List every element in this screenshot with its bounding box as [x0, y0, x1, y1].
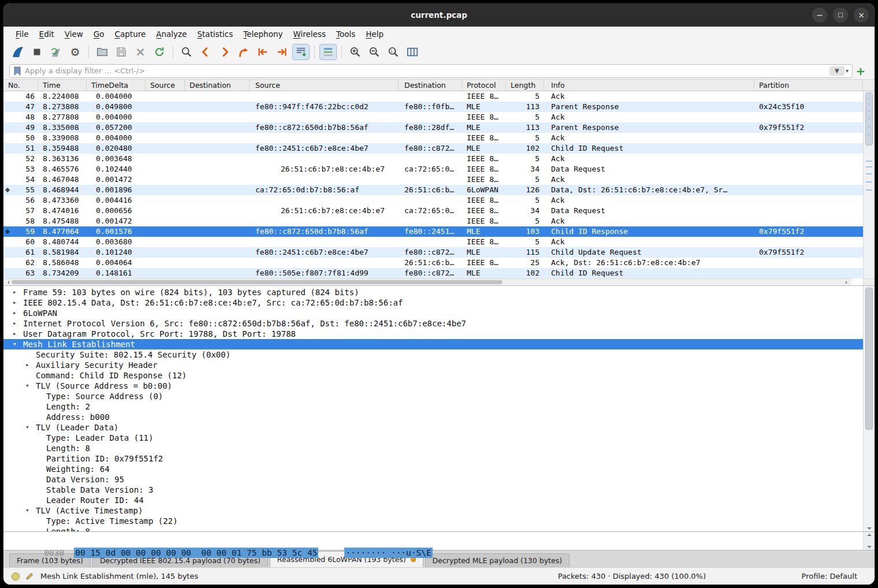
expander-closed-icon[interactable]: ▸: [13, 287, 17, 297]
colorize-packets-icon[interactable]: [319, 44, 337, 60]
packet-row-59[interactable]: 598.4770640.001576fe80::c872:650d:b7b8:5…: [3, 226, 863, 237]
packet-list-vscrollbar[interactable]: [863, 91, 875, 278]
detail-line[interactable]: ▾TLV (Active Timestamp): [3, 505, 863, 516]
packet-row-50[interactable]: 508.3390080.004000IEEE 8…5Ack: [3, 133, 863, 143]
column-header-part[interactable]: Partition: [754, 80, 863, 91]
detail-line[interactable]: Type: Leader Data (11): [3, 433, 863, 443]
detail-line[interactable]: Length: 2: [3, 401, 863, 412]
detail-line[interactable]: ▸Frame 59: 103 bytes on wire (824 bits),…: [3, 287, 863, 297]
add-filter-button-plus[interactable]: +: [853, 64, 869, 78]
zoom-in-icon[interactable]: [347, 44, 364, 60]
save-file-icon[interactable]: [113, 44, 130, 60]
menu-tools[interactable]: Tools: [331, 28, 360, 40]
expander-open-icon[interactable]: ▾: [25, 505, 29, 516]
detail-line[interactable]: Partition ID: 0x79f551f2: [3, 453, 863, 464]
expander-open-icon[interactable]: ▾: [25, 422, 29, 433]
scrollbar-thumb[interactable]: [865, 288, 873, 430]
packet-row-62[interactable]: 628.5860480.00406426:51:c6:b…IEEE 8…25Ac…: [3, 258, 863, 268]
packet-row-47[interactable]: 478.2738080.049800fe80::947f:f476:22bc:c…: [3, 102, 863, 112]
detail-line[interactable]: ▸Auxiliary Security Header: [3, 360, 863, 370]
packet-row-58[interactable]: 588.4754880.001472IEEE 8…5Ack: [3, 216, 863, 226]
details-vscrollbar[interactable]: [863, 286, 875, 531]
packet-row-55[interactable]: 558.4689440.001896ca:72:65:0d:b7:b8:56:a…: [3, 185, 863, 195]
go-last-packet-icon[interactable]: [273, 44, 291, 60]
tab-decrypted-mle-payload-130-bytes-[interactable]: Decrypted MLE payload (130 bytes): [425, 553, 570, 567]
detail-line[interactable]: ▸User Datagram Protocol, Src Port: 19788…: [3, 329, 863, 339]
minimize-button[interactable]: −: [812, 8, 827, 23]
packet-row-51[interactable]: 518.3594880.020480fe80::2451:c6b7:e8ce:4…: [3, 143, 863, 154]
column-header-src2[interactable]: Source: [250, 80, 399, 91]
filter-bookmark-icon[interactable]: [13, 66, 21, 76]
detail-line[interactable]: Type: Active Timestamp (22): [3, 516, 863, 526]
column-header-info[interactable]: Info: [544, 80, 754, 91]
menu-statistics[interactable]: Statistics: [192, 28, 238, 40]
menu-wireless[interactable]: Wireless: [288, 28, 331, 40]
capture-comment-icon[interactable]: [25, 572, 34, 580]
detail-line[interactable]: ▾TLV (Source Address = b0:00): [3, 381, 863, 391]
column-header-dst1[interactable]: Destination: [185, 80, 250, 91]
filter-dropdown-icon[interactable]: ▾: [846, 68, 849, 74]
column-header-dst2[interactable]: Destination: [399, 80, 462, 91]
menu-analyze[interactable]: Analyze: [151, 28, 192, 40]
detail-line[interactable]: Stable Data Version: 3: [3, 485, 863, 495]
auto-scroll-icon[interactable]: [292, 44, 310, 60]
column-header-len[interactable]: Length: [506, 80, 544, 91]
detail-line[interactable]: ▸IEEE 802.15.4 Data, Dst: 26:51:c6:b7:e8…: [3, 297, 863, 308]
resize-columns-icon[interactable]: [404, 44, 421, 60]
detail-line[interactable]: ▾TLV (Leader Data): [3, 422, 863, 433]
menu-go[interactable]: Go: [88, 28, 110, 40]
expander-open-icon[interactable]: ▾: [25, 381, 29, 391]
restart-capture-icon[interactable]: [47, 44, 65, 60]
menu-edit[interactable]: Edit: [34, 28, 59, 40]
reload-file-icon[interactable]: [151, 44, 168, 60]
expander-open-icon[interactable]: ▾: [13, 339, 17, 349]
packet-row-54[interactable]: 548.4670480.001472IEEE 8…5Ack: [3, 174, 863, 185]
bytes-vscrollbar[interactable]: [863, 532, 875, 550]
packet-list-hscrollbar[interactable]: [3, 278, 851, 285]
detail-line[interactable]: ▸6LoWPAN: [3, 308, 863, 318]
packet-row-53[interactable]: 538.4655760.10244026:51:c6:b7:e8:ce:4b:e…: [3, 164, 863, 174]
detail-line[interactable]: Command: Child ID Response (12): [3, 370, 863, 381]
packet-row-56[interactable]: 568.4733600.004416IEEE 8…5Ack: [3, 195, 863, 206]
scroll-down-arrow-icon[interactable]: [867, 527, 872, 530]
scroll-up-arrow-icon[interactable]: [867, 534, 872, 536]
filter-history-button[interactable]: ▼: [829, 66, 844, 76]
scrollbar-thumb[interactable]: [865, 92, 873, 146]
packet-row-52[interactable]: 528.3631360.003648IEEE 8…5Ack: [3, 154, 863, 164]
detail-line[interactable]: Address: b000: [3, 412, 863, 422]
close-file-icon[interactable]: ×: [132, 44, 149, 60]
packet-row-48[interactable]: 488.2778080.004000IEEE 8…5Ack: [3, 112, 863, 122]
packet-row-60[interactable]: 608.4807440.003680IEEE 8…5Ack: [3, 237, 863, 247]
expander-closed-icon[interactable]: ▸: [13, 329, 17, 339]
menu-view[interactable]: View: [59, 28, 88, 40]
packet-row-57[interactable]: 578.4740160.00065626:51:c6:b7:e8:ce:4b:e…: [3, 206, 863, 216]
scroll-down-arrow-icon[interactable]: [867, 546, 872, 548]
packet-row-61[interactable]: 618.5819840.101240fe80::2451:c6b7:e8ce:4…: [3, 247, 863, 258]
column-header-no[interactable]: No.: [3, 80, 38, 91]
detail-line[interactable]: Data Version: 95: [3, 474, 863, 485]
detail-line[interactable]: Length: 8: [3, 443, 863, 453]
hex-ascii[interactable]: ········ ···u·S\E: [344, 548, 432, 558]
scroll-right-arrow-icon[interactable]: [846, 281, 849, 284]
menu-telephony[interactable]: Telephony: [238, 28, 288, 40]
capture-options-icon[interactable]: ⚙: [66, 44, 84, 60]
go-to-packet-icon[interactable]: [235, 44, 252, 60]
detail-line[interactable]: ▸Internet Protocol Version 6, Src: fe80:…: [3, 318, 863, 329]
maximize-button[interactable]: □: [833, 8, 848, 23]
find-packet-icon[interactable]: [178, 44, 195, 60]
detail-line[interactable]: Type: Source Address (0): [3, 391, 863, 401]
zoom-original-icon[interactable]: 1:1: [385, 44, 402, 60]
expander-closed-icon[interactable]: ▸: [13, 308, 17, 318]
packet-row-49[interactable]: 498.3350080.057200fe80::c872:650d:b7b8:5…: [3, 122, 863, 133]
detail-line[interactable]: Weighting: 64: [3, 464, 863, 474]
column-header-proto[interactable]: Protocol: [462, 80, 506, 91]
display-filter-input[interactable]: Apply a display filter ... <Ctrl-/> ▼ ▾: [9, 64, 853, 78]
column-header-src1[interactable]: Source: [146, 80, 185, 91]
status-profile[interactable]: Profile: Default: [802, 572, 857, 580]
detail-line[interactable]: Security Suite: 802.15.4 Security (0x00): [3, 349, 863, 360]
go-first-packet-icon[interactable]: [254, 44, 271, 60]
detail-line[interactable]: Length: 8: [3, 526, 863, 531]
menu-capture[interactable]: Capture: [110, 28, 151, 40]
hex-row[interactable]: 003000 15 0d 00 00 00 00 00 00 00 01 75 …: [14, 535, 433, 547]
open-file-icon[interactable]: [94, 44, 111, 60]
